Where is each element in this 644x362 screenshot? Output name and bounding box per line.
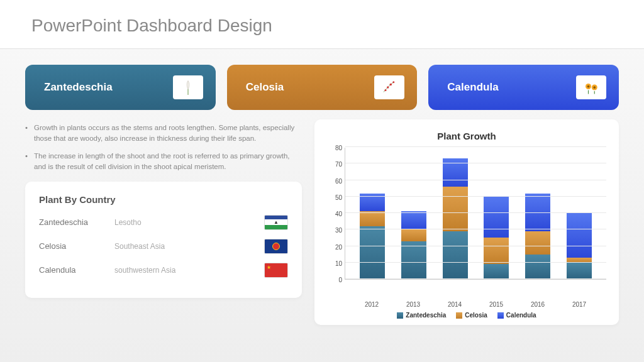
y-tick-label: 30	[335, 227, 342, 234]
chart-y-axis: 01020304050607080	[327, 148, 345, 280]
country-region: Southeast Asia	[114, 242, 264, 251]
flag-china-icon: ★	[264, 263, 288, 278]
country-row: ZantedeschiaLesotho▲	[39, 215, 288, 230]
bar-group	[360, 194, 385, 280]
chart-panel: Plant Growth 01020304050607080 201220132…	[314, 119, 619, 325]
country-panel-title: Plant By Country	[39, 194, 288, 205]
legend-swatch-icon	[456, 312, 462, 319]
bar-segment	[484, 238, 509, 264]
bar-segment	[567, 213, 592, 258]
x-tick-label: 2016	[525, 301, 550, 308]
x-tick-label: 2013	[401, 301, 426, 308]
country-row: Calendulasouthwestern Asia★	[39, 263, 288, 278]
legend-swatch-icon	[497, 312, 504, 319]
flower-calendula-icon	[576, 75, 606, 99]
bullet-item: Growth in plants occurs as the stems and…	[25, 123, 302, 143]
chart-title: Plant Growth	[327, 131, 606, 141]
chart-area: 01020304050607080	[327, 148, 606, 299]
legend-label: Celosia	[465, 312, 487, 319]
bar-segment	[525, 255, 550, 279]
bar-group	[525, 194, 550, 280]
card-celosia[interactable]: Celosia	[227, 65, 418, 110]
y-tick-label: 20	[335, 243, 342, 250]
y-tick-label: 40	[335, 211, 342, 217]
country-plant: Zantedeschia	[39, 217, 114, 227]
card-label: Calendula	[447, 81, 498, 94]
bar-segment	[360, 226, 385, 279]
bar-segment	[401, 211, 426, 229]
flag-asean-icon	[264, 239, 288, 254]
cards-row: Zantedeschia Celosia Calendula	[0, 49, 644, 119]
legend-item: Celosia	[456, 312, 487, 319]
bar-group	[567, 213, 592, 279]
svg-point-1	[385, 89, 387, 91]
header: PowerPoint Dashboard Design	[0, 0, 644, 49]
page-title: PowerPoint Dashboard Design	[31, 16, 613, 36]
bullet-item: The increase in length of the shoot and …	[25, 151, 302, 172]
legend-item: Zantedeschia	[397, 312, 446, 319]
country-region: southwestern Asia	[114, 266, 264, 275]
svg-point-8	[593, 86, 596, 89]
flag-lesotho-icon: ▲	[264, 215, 288, 230]
y-tick-label: 10	[335, 260, 342, 266]
y-tick-label: 60	[335, 177, 342, 184]
card-zantedeschia[interactable]: Zantedeschia	[25, 65, 216, 110]
svg-point-6	[587, 85, 590, 88]
chart-plot	[345, 148, 606, 280]
legend-item: Calendula	[497, 312, 536, 319]
country-plant: Calendula	[39, 265, 114, 275]
chart-legend: ZantedeschiaCelosiaCalendula	[327, 312, 606, 319]
bar-segment	[567, 263, 592, 279]
legend-label: Zantedeschia	[406, 312, 446, 319]
svg-point-4	[393, 81, 395, 83]
y-tick-label: 50	[335, 194, 342, 200]
flower-zantedeschia-icon	[173, 75, 203, 99]
bar-segment	[401, 241, 426, 279]
country-region: Lesotho	[114, 218, 264, 227]
chart-x-axis: 201220132014201520162017	[345, 299, 606, 308]
y-tick-label: 0	[338, 277, 342, 283]
svg-point-3	[390, 84, 392, 86]
bar-group	[443, 158, 468, 279]
flower-celosia-icon	[374, 75, 404, 99]
country-panel: Plant By Country ZantedeschiaLesotho▲Cel…	[25, 182, 302, 298]
bullet-list: Growth in plants occurs as the stems and…	[25, 123, 302, 172]
bar-segment	[401, 229, 426, 241]
content-row: Growth in plants occurs as the stems and…	[0, 119, 644, 325]
bar-segment	[525, 231, 550, 255]
legend-swatch-icon	[397, 312, 403, 319]
country-row: CelosiaSoutheast Asia	[39, 239, 288, 254]
svg-point-2	[387, 86, 389, 88]
card-label: Celosia	[246, 81, 284, 94]
bar-segment	[484, 264, 509, 279]
x-tick-label: 2012	[359, 301, 384, 308]
left-column: Growth in plants occurs as the stems and…	[25, 119, 302, 325]
country-plant: Celosia	[39, 241, 114, 251]
y-tick-label: 80	[335, 145, 342, 151]
x-tick-label: 2014	[442, 301, 467, 308]
bar-group	[484, 197, 509, 279]
x-tick-label: 2015	[484, 301, 509, 308]
y-tick-label: 70	[335, 161, 342, 168]
bar-segment	[484, 197, 509, 238]
card-calendula[interactable]: Calendula	[428, 65, 619, 110]
bar-segment	[360, 211, 385, 226]
legend-label: Calendula	[506, 312, 536, 319]
x-tick-label: 2017	[567, 301, 592, 308]
bar-segment	[443, 231, 468, 279]
card-label: Zantedeschia	[44, 81, 113, 94]
bar-segment	[443, 187, 468, 231]
